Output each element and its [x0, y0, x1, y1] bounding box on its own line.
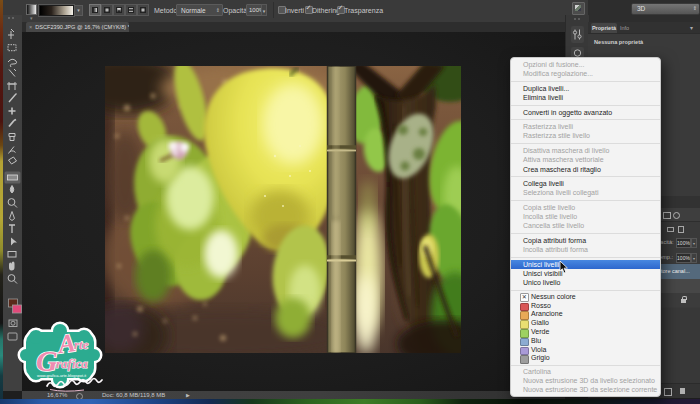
svg-text:rte: rte [74, 337, 89, 352]
svg-text:rafica: rafica [56, 356, 88, 371]
svg-text:www.grafica-arte.blogspot.it: www.grafica-arte.blogspot.it [37, 373, 87, 378]
